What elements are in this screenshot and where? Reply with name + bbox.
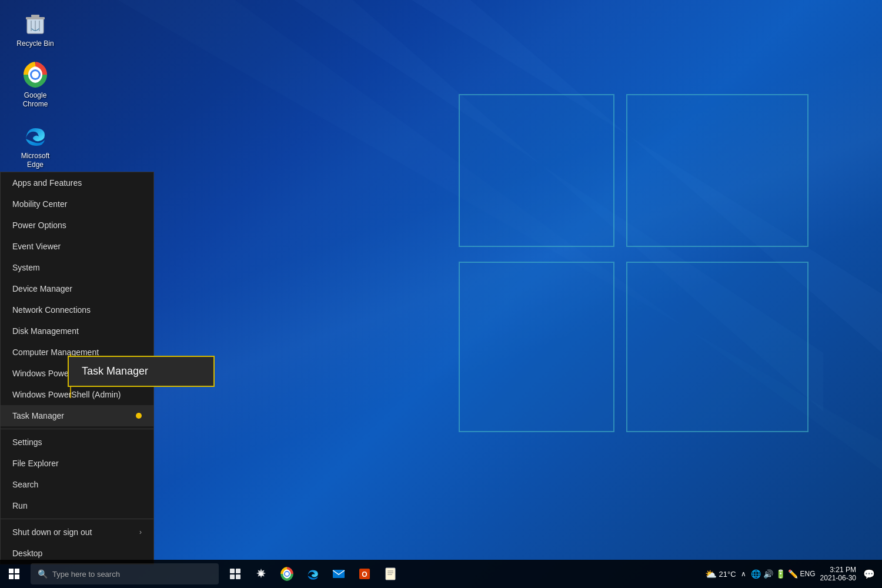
taskview-icon: [229, 568, 241, 580]
menu-item-apps-features[interactable]: Apps and Features: [1, 172, 153, 193]
menu-item-search[interactable]: Search: [1, 474, 153, 495]
system-clock[interactable]: 3:21 PM 2021-06-30: [818, 566, 858, 582]
menu-item-file-explorer[interactable]: File Explorer: [1, 453, 153, 474]
recycle-bin-icon: [21, 9, 49, 37]
edit-icon: ✏️: [788, 569, 798, 579]
desktop-icon-recycle-bin[interactable]: Recycle Bin: [12, 6, 59, 52]
menu-item-shut-down[interactable]: Shut down or sign out ›: [1, 522, 153, 543]
separator-1: [1, 429, 153, 429]
svg-rect-13: [230, 569, 235, 573]
weather-icon: ⛅: [705, 569, 717, 580]
desktop: Recycle Bin Google Chrome: [0, 0, 882, 588]
svg-rect-24: [386, 568, 395, 580]
shut-down-arrow-icon: ›: [139, 528, 142, 536]
edge-svg: [22, 122, 48, 148]
taskbar-search-icon: 🔍: [38, 569, 48, 579]
desktop-icon-microsoft-edge[interactable]: Microsoft Edge: [12, 118, 59, 173]
menu-item-power-options[interactable]: Power Options: [1, 215, 153, 236]
system-tray: ⛅ 21°C ∧ 🌐 🔊 🔋 ✏️ ENG 3:21 PM 2021-06-30…: [705, 566, 882, 582]
microsoft-edge-label: Microsoft Edge: [15, 152, 56, 170]
task-manager-tooltip: Task Manager: [68, 356, 215, 387]
microsoft-edge-icon: [21, 121, 49, 149]
edge-taskbar-icon: [306, 567, 320, 581]
svg-rect-15: [230, 574, 235, 579]
settings-taskbar-button[interactable]: [248, 561, 274, 587]
taskview-button[interactable]: [222, 561, 248, 587]
menu-item-network-connections[interactable]: Network Connections: [1, 299, 153, 320]
separator-2: [1, 519, 153, 519]
taskbar: 🔍 Type here to search: [0, 560, 882, 588]
notifications-button[interactable]: 💬: [861, 569, 877, 580]
recycle-bin-svg: [22, 10, 48, 36]
google-chrome-icon: [21, 61, 49, 89]
clock-date: 2021-06-30: [820, 574, 856, 582]
start-icon: [9, 569, 19, 579]
svg-text:O: O: [362, 570, 367, 579]
desktop-icon-google-chrome[interactable]: Google Chrome: [12, 58, 59, 112]
svg-rect-16: [236, 574, 240, 579]
svg-rect-5: [31, 15, 39, 17]
svg-point-11: [32, 71, 39, 78]
language-indicator[interactable]: ENG: [800, 570, 816, 578]
notepad-taskbar-icon: [384, 567, 397, 580]
network-icon[interactable]: 🌐: [751, 569, 761, 579]
svg-rect-14: [236, 569, 240, 573]
edge-taskbar-button[interactable]: [300, 561, 326, 587]
menu-item-task-manager[interactable]: Task Manager: [1, 405, 153, 426]
office-taskbar-button[interactable]: O: [352, 561, 377, 587]
mail-taskbar-icon: [332, 567, 345, 580]
start-button[interactable]: [0, 560, 28, 588]
menu-item-system[interactable]: System: [1, 257, 153, 278]
desktop-icons: Recycle Bin Google Chrome: [12, 6, 59, 173]
volume-icon[interactable]: 🔊: [763, 569, 773, 579]
office-taskbar-icon: O: [358, 567, 371, 580]
svg-point-20: [285, 572, 289, 576]
clock-time: 3:21 PM: [830, 566, 856, 574]
menu-item-mobility-center[interactable]: Mobility Center: [1, 193, 153, 215]
win-logo-panes: [459, 47, 823, 447]
menu-item-device-manager[interactable]: Device Manager: [1, 278, 153, 299]
settings-taskbar-icon: [255, 568, 267, 580]
menu-item-run[interactable]: Run: [1, 495, 153, 516]
chrome-taskbar-icon: [280, 567, 294, 581]
chrome-taskbar-button[interactable]: [274, 561, 300, 587]
menu-item-windows-powershell-admin[interactable]: Windows PowerShell (Admin): [1, 384, 153, 405]
svg-rect-21: [333, 570, 345, 578]
recycle-bin-label: Recycle Bin: [16, 39, 54, 49]
mail-taskbar-button[interactable]: [326, 561, 352, 587]
win-pane-bottom-left: [459, 262, 614, 432]
win-pane-top-left: [459, 94, 614, 247]
win-pane-top-right: [626, 94, 808, 247]
google-chrome-label: Google Chrome: [15, 91, 56, 109]
task-manager-dot: [136, 413, 142, 419]
win-pane-bottom-right: [626, 262, 808, 432]
taskbar-search-placeholder: Type here to search: [52, 570, 120, 579]
chrome-svg: [22, 62, 48, 88]
menu-item-settings[interactable]: Settings: [1, 432, 153, 453]
battery-icon: 🔋: [776, 569, 786, 579]
taskbar-search[interactable]: 🔍 Type here to search: [31, 563, 219, 584]
notepad-taskbar-button[interactable]: [377, 561, 403, 587]
svg-rect-4: [26, 17, 45, 19]
show-hidden-icons-button[interactable]: ∧: [739, 569, 749, 579]
weather-temp: 21°C: [719, 570, 736, 579]
menu-item-event-viewer[interactable]: Event Viewer: [1, 236, 153, 257]
menu-item-disk-management[interactable]: Disk Management: [1, 320, 153, 342]
